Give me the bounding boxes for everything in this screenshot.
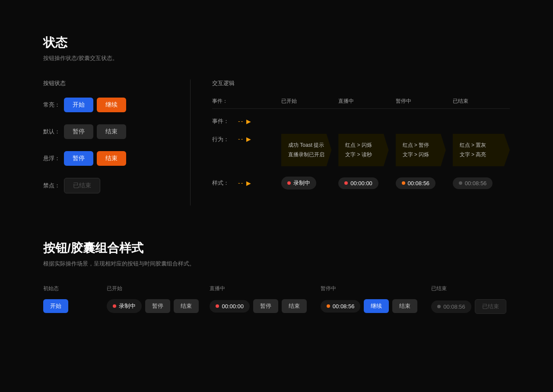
dot-orange-paused xyxy=(402,181,405,185)
style-paused: 00:08:56 xyxy=(396,177,453,189)
pill-text-live: 00:00:00 xyxy=(350,180,372,187)
dot-red-combo-started xyxy=(113,304,116,308)
combo-pause-started[interactable]: 暂停 xyxy=(145,299,170,313)
header-arrow xyxy=(238,98,281,105)
end-button-hover[interactable]: 结束 xyxy=(97,151,126,166)
state-row-disabled: 禁点： 已结束 xyxy=(43,178,190,193)
combo-end-paused[interactable]: 结束 xyxy=(392,299,417,313)
behavior-arrow: -- ▶ xyxy=(238,134,281,142)
combo-pill-text-live: 00:00:00 xyxy=(222,303,244,310)
behavior-ended-line2: 文字 > 高亮 xyxy=(460,150,503,160)
combo-label-initial: 初始态 xyxy=(43,285,98,292)
combo-end-started[interactable]: 结束 xyxy=(174,299,199,313)
header-live: 直播中 xyxy=(338,98,395,105)
style-row-label: 样式： xyxy=(212,179,238,187)
pill-text-started: 录制中 xyxy=(293,179,310,187)
style-ended: 00:08:56 xyxy=(453,177,510,189)
pause-button-default[interactable]: 暂停 xyxy=(64,124,93,139)
state-row-hover: 悬浮： 暂停 结束 xyxy=(43,151,190,166)
combo-pill-ended: 00:08:56 xyxy=(431,300,471,313)
header-ended: 已结束 xyxy=(453,98,510,105)
state-label-hover: 悬浮： xyxy=(43,155,64,162)
combo-pill-text-paused: 00:08:56 xyxy=(333,303,355,310)
combo-pill-paused: 00:08:56 xyxy=(321,300,361,313)
interaction-label: 交互逻辑 xyxy=(212,79,510,87)
dot-red-combo-live xyxy=(216,304,219,308)
combo-start-button[interactable]: 开始 xyxy=(43,299,68,313)
btn-states-label: 按钮状态 xyxy=(43,79,190,87)
start-button-normal[interactable]: 开始 xyxy=(64,98,93,112)
combo-pause-live[interactable]: 暂停 xyxy=(253,299,278,313)
header-paused: 暂停中 xyxy=(396,98,453,105)
state-label-disabled: 禁点： xyxy=(43,182,64,190)
combo-label-live: 直播中 xyxy=(210,285,311,292)
combo-section-subtitle: 根据实际操作场景，呈现相对应的按钮与时间胶囊组合样式。 xyxy=(43,260,510,268)
state-row-default: 默认： 暂停 结束 xyxy=(43,124,190,139)
behavior-started-line1: 成功 Toast 提示 xyxy=(288,141,324,150)
combo-label-started: 已开始 xyxy=(107,285,201,292)
state-row-normal: 常亮： 开始 继续 xyxy=(43,98,190,112)
event-arrow: -- ▶ xyxy=(238,118,281,125)
style-live: 00:00:00 xyxy=(338,177,395,189)
behavior-live-line2: 文字 > 读秒 xyxy=(345,150,381,160)
behavior-paused-line1: 红点 > 暂停 xyxy=(403,141,439,150)
header-started: 已开始 xyxy=(281,98,338,105)
dot-red-started xyxy=(287,181,291,185)
state-section-subtitle: 按钮操作状态/胶囊交互状态。 xyxy=(43,54,510,62)
combo-section-title: 按钮/胶囊组合样式 xyxy=(43,240,510,256)
combo-label-ended: 已结束 xyxy=(431,285,510,292)
combo-pill-started: 录制中 xyxy=(107,299,142,313)
behavior-started-line2: 直播录制已开启 xyxy=(288,150,324,160)
dot-gray-combo-ended xyxy=(437,305,441,308)
end-button-default[interactable]: 结束 xyxy=(97,124,126,139)
behavior-ended-line1: 红点 > 置灰 xyxy=(460,141,503,150)
header-event: 事件： xyxy=(212,98,238,105)
pill-text-paused: 00:08:56 xyxy=(408,180,430,187)
ended-button-disabled: 已结束 xyxy=(64,178,100,193)
behavior-row-label: 行为： xyxy=(212,134,238,143)
continue-button-normal[interactable]: 继续 xyxy=(97,98,126,112)
combo-ended-button: 已结束 xyxy=(475,299,506,314)
combo-pill-text-started: 录制中 xyxy=(119,302,136,310)
dot-gray-ended xyxy=(459,181,462,185)
combo-end-live[interactable]: 结束 xyxy=(282,299,307,313)
event-row-label: 事件： xyxy=(212,117,238,125)
style-started: 录制中 xyxy=(281,177,338,190)
style-arrow: -- ▶ xyxy=(238,180,281,187)
combo-label-paused: 暂停中 xyxy=(321,285,423,292)
combo-pill-live: 00:00:00 xyxy=(210,300,250,313)
dot-orange-combo-paused xyxy=(327,304,330,308)
combo-continue-paused[interactable]: 继续 xyxy=(364,299,389,313)
pill-text-ended: 00:08:56 xyxy=(465,180,487,187)
combo-pill-text-ended: 00:08:56 xyxy=(443,303,465,310)
state-label-normal: 常亮： xyxy=(43,101,64,109)
state-section-title: 状态 xyxy=(43,35,510,51)
behavior-live-line1: 红点 > 闪烁 xyxy=(345,141,381,150)
state-label-default: 默认： xyxy=(43,128,64,136)
behavior-paused-line2: 文字 > 闪烁 xyxy=(403,150,439,160)
dot-red-live xyxy=(344,181,348,185)
pause-button-hover[interactable]: 暂停 xyxy=(64,151,93,166)
